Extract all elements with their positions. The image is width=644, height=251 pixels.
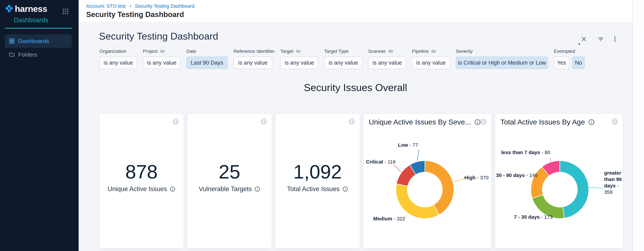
metric-value: 25 (187, 161, 272, 183)
label-leader-line (417, 150, 419, 161)
filter-group-scanner: Scanneris any value (368, 48, 406, 69)
filter-group-reference-identifier: Reference Identifieris any value (234, 48, 274, 69)
filter-value-chip[interactable]: is any value (324, 56, 362, 69)
metric-label-text: Total Active Issues (287, 185, 340, 193)
filter-group-severity: Severityis Critical or High or Medium or… (456, 48, 548, 69)
filter-bar: Organizationis any valueProjectis any va… (100, 48, 585, 69)
merge-link-icon (388, 49, 393, 54)
metric-card: 25Vulnerable Targets (187, 114, 272, 249)
filter-group-date: DateLast 90 Days (186, 48, 228, 69)
breadcrumb: Account: STO test Security Testing Dashb… (86, 3, 644, 9)
donut-label: Low - 77 (398, 142, 418, 148)
filter-value-chip[interactable]: is any value (143, 56, 180, 69)
scrollbar-track[interactable] (632, 0, 644, 251)
filter-label-row: Pipeline (412, 48, 450, 54)
label-leader-line (454, 178, 466, 182)
sidebar-divider (5, 28, 72, 29)
donut-slice-medium[interactable] (396, 184, 439, 219)
filter-value-chip[interactable]: is any value (234, 56, 272, 69)
sidebar: harness Dashboards (0, 0, 78, 251)
filter-label: Scanner (368, 49, 386, 54)
filter-label-row: Scanner (368, 48, 406, 54)
filter-label-row: Organization (100, 48, 137, 54)
label-leader-line (550, 158, 550, 162)
globe-icon[interactable] (172, 118, 179, 126)
filter-value-chip[interactable]: is any value (280, 56, 318, 69)
filter-label-row: Reference Identifier (234, 48, 274, 54)
harness-logo-icon (5, 4, 13, 13)
filter-group-project: Projectis any value (143, 48, 180, 69)
metric-label-row: Unique Active Issues (99, 185, 184, 193)
donut-label: 7 - 30 days - 173 (514, 214, 552, 220)
donut-label: 30 - 90 days - 146 (496, 172, 538, 179)
filter-value-chip[interactable]: Last 90 Days (186, 56, 228, 69)
donut-label: greater than 90 days - 359 (604, 170, 624, 195)
donut-slice-greater-than-90-days[interactable] (560, 161, 589, 218)
cards-row: 878Unique Active Issues25Vulnerable Targ… (99, 114, 623, 249)
donut-chart (495, 114, 623, 249)
sidebar-nav: Dashboards Folders (0, 34, 78, 61)
cursor-dot (578, 43, 580, 45)
breadcrumb-dashboard-link[interactable]: Security Testing Dashboard (135, 3, 194, 9)
filter-label: Severity (456, 49, 473, 54)
filter-label-row: Severity (456, 48, 548, 54)
chart-card: Total Active Issues By Agegreater than 9… (495, 114, 623, 249)
info-icon[interactable] (342, 186, 348, 192)
filter-label: Exempted (554, 49, 575, 54)
filter-group-target-type: Target Typeis any value (324, 48, 362, 69)
filter-option-no[interactable]: No (572, 56, 585, 69)
dashboard-content: Security Testing Dashboard Organizationi… (78, 23, 632, 251)
metric-label-text: Vulnerable Targets (199, 185, 252, 193)
filter-option-yes[interactable]: Yes (554, 56, 569, 69)
filter-value-chip[interactable]: is any value (412, 56, 450, 69)
filter-label: Date (186, 49, 196, 54)
donut-label: less than 7 days - 80 (500, 149, 550, 156)
metric-value: 1,092 (275, 161, 360, 183)
filter-label-row: Project (143, 48, 180, 54)
chart-card: Unique Active Issues By Seve...High - 37… (364, 114, 491, 249)
kebab-menu-icon[interactable] (612, 36, 618, 42)
filter-value-chip[interactable]: is Critical or High or Medium or Low (456, 56, 548, 69)
dashboard-panel-title: Security Testing Dashboard (99, 30, 218, 42)
filter-group-target: Targetis any value (280, 48, 318, 69)
dashboard-actions (580, 36, 618, 42)
filter-label-row: Date (186, 48, 228, 54)
sidebar-item-label: Folders (18, 51, 37, 58)
filter-value-chip[interactable]: is any value (368, 56, 406, 69)
donut-label: High - 370 (464, 175, 488, 181)
breadcrumb-account-link[interactable]: Account: STO test (86, 3, 126, 9)
harness-dashboard-app: harness Dashboards (0, 0, 644, 251)
globe-icon[interactable] (348, 118, 355, 126)
top-bar: Account: STO test Security Testing Dashb… (78, 0, 644, 22)
info-icon[interactable] (254, 186, 260, 192)
sidebar-item-dashboards[interactable]: Dashboards (5, 34, 72, 48)
merge-link-icon (296, 49, 301, 54)
filter-buttons: YesNo (554, 56, 585, 69)
metric-value: 878 (99, 161, 184, 183)
filter-value-chip[interactable]: is any value (100, 56, 137, 69)
filter-icon[interactable] (597, 36, 604, 42)
filter-label: Target (280, 49, 294, 54)
filter-label: Project (143, 49, 158, 54)
close-icon[interactable] (580, 36, 587, 42)
filter-label: Organization (100, 49, 126, 54)
filter-label-row: Exempted (554, 48, 585, 54)
metric-card: 878Unique Active Issues (99, 114, 184, 249)
folder-icon (9, 51, 15, 57)
page-title: Security Testing Dashboard (86, 10, 644, 19)
globe-icon[interactable] (260, 118, 267, 126)
label-leader-line (394, 165, 401, 172)
filter-group-organization: Organizationis any value (100, 48, 137, 69)
donut-chart (364, 114, 491, 249)
brand-name: harness (15, 4, 47, 14)
filter-label-row: Target (280, 48, 318, 54)
metric-label-row: Total Active Issues (275, 185, 360, 193)
filter-group-exempted: ExemptedYesNo (554, 48, 585, 69)
donut-label: Critical - 116 (366, 159, 396, 165)
sidebar-item-folders[interactable]: Folders (5, 48, 72, 61)
label-leader-line (589, 187, 604, 188)
filter-label-row: Target Type (324, 48, 362, 54)
module-grid-icon[interactable] (62, 8, 69, 16)
filter-label: Target Type (324, 49, 348, 54)
info-icon[interactable] (170, 186, 176, 192)
